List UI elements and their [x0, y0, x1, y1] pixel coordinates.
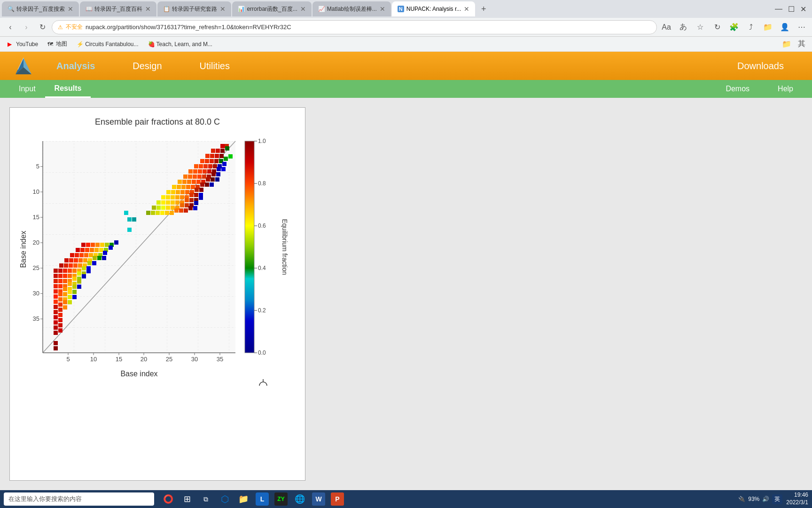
tab-1-close[interactable]: ✕	[68, 5, 73, 13]
youtube-favicon: ▶	[8, 41, 14, 48]
taskbar-chrome-icon[interactable]: 🌐	[293, 492, 306, 506]
data-point	[171, 206, 175, 210]
x-axis-label: Base index	[120, 370, 157, 378]
bookmark-youtube[interactable]: ▶ YouTube	[4, 40, 42, 48]
svg-text:0.0: 0.0	[258, 349, 266, 356]
refresh-icon[interactable]: ↻	[710, 21, 724, 34]
data-point	[68, 269, 72, 273]
data-point	[194, 164, 198, 168]
svg-text:10: 10	[33, 188, 39, 195]
bookmark-circuits[interactable]: ⚡ Circuits Fantabulou...	[73, 40, 142, 48]
nav-downloads[interactable]: Downloads	[718, 52, 803, 80]
data-point	[170, 211, 174, 215]
reading-mode-icon[interactable]: Aa	[660, 21, 673, 34]
svg-text:20: 20	[141, 356, 147, 363]
tab-5-close[interactable]: ✕	[380, 5, 385, 13]
data-point	[184, 208, 188, 213]
data-point	[156, 206, 161, 210]
data-point	[165, 211, 169, 215]
data-point	[58, 279, 62, 283]
data-point	[86, 243, 90, 247]
data-point	[176, 190, 180, 194]
tab-1-favicon: 🔍	[8, 6, 14, 12]
data-point	[161, 200, 165, 205]
forward-button[interactable]: ›	[20, 21, 33, 34]
taskbar-explorer-icon[interactable]: 📁	[237, 492, 250, 506]
reload-button[interactable]: ↻	[36, 21, 49, 34]
data-point	[127, 228, 132, 232]
tab-2-close[interactable]: ✕	[145, 5, 151, 13]
taskbar-clock[interactable]: 19:46 2022/3/1	[786, 492, 808, 506]
taskbar-ppt-icon[interactable]: P	[331, 492, 344, 506]
extension-icon[interactable]: 🧩	[727, 21, 741, 34]
systray: 🔌 93% 🔊 英	[738, 494, 782, 504]
data-point	[79, 253, 84, 257]
taskbar-search[interactable]: 在这里输入你要搜索的内容	[4, 492, 154, 506]
profile-icon[interactable]: 👤	[778, 21, 791, 34]
tab-3-close[interactable]: ✕	[220, 5, 226, 13]
back-button[interactable]: ‹	[4, 21, 17, 34]
data-point	[211, 149, 215, 153]
menu-icon[interactable]: ⋯	[795, 21, 808, 34]
data-point	[177, 185, 181, 189]
taskbar-search-icon[interactable]: ⭕	[162, 492, 175, 506]
nav-utilities[interactable]: Utilities	[181, 52, 249, 80]
site-header: Analysis Design Utilities Downloads	[0, 52, 812, 80]
tab-3[interactable]: 📋 转录因子研究套路 ✕	[157, 1, 231, 16]
address-bar[interactable]: ⚠ 不安全 nupack.org/partition/show/3716317?…	[52, 20, 657, 34]
svg-text:35: 35	[217, 356, 223, 363]
tab-2[interactable]: 📖 转录因子_百度百科 ✕	[80, 1, 157, 16]
address-bar-row: ‹ › ↻ ⚠ 不安全 nupack.org/partition/show/37…	[0, 18, 812, 37]
tab-6-close[interactable]: ✕	[464, 5, 469, 13]
data-point	[78, 258, 83, 262]
data-point	[222, 162, 226, 166]
data-point	[220, 149, 225, 153]
data-point	[181, 185, 186, 189]
data-point	[94, 248, 99, 252]
data-point	[228, 154, 233, 159]
bookmarks-more-icon[interactable]: 其	[795, 38, 808, 51]
nav-design[interactable]: Design	[114, 52, 180, 80]
taskbar-task-view-icon[interactable]: ⧉	[199, 492, 212, 506]
data-point	[97, 256, 102, 260]
tab-5[interactable]: 📈 Matlab绘制误差棒... ✕	[312, 1, 391, 16]
taskbar-l-icon[interactable]: L	[256, 492, 269, 506]
url-text[interactable]: nupack.org/partition/show/3716317?time_r…	[86, 24, 651, 31]
share-icon[interactable]: ⤴	[744, 21, 757, 34]
taskbar-word-icon[interactable]: W	[312, 492, 325, 506]
tab-3-label: 转录因子研究套路	[172, 5, 217, 13]
subnav-help[interactable]: Help	[768, 80, 803, 98]
bookmark-map[interactable]: 🗺 地图	[44, 39, 71, 49]
data-point	[114, 240, 118, 245]
subnav-demos[interactable]: Demos	[716, 80, 759, 98]
data-point	[214, 159, 219, 163]
data-point	[166, 195, 170, 199]
new-tab-button[interactable]: +	[476, 1, 491, 16]
taskbar-edge-icon[interactable]: ⬡	[218, 492, 231, 506]
tab-4-close[interactable]: ✕	[300, 5, 306, 13]
favorites-icon[interactable]: ☆	[694, 21, 707, 34]
subnav-input[interactable]: Input	[9, 80, 45, 98]
maximize-button[interactable]: ☐	[788, 5, 795, 14]
bookmark-teach[interactable]: 🍓 Teach, Learn, and M...	[144, 40, 216, 48]
tab-6[interactable]: N NUPACK: Analysis r... ✕	[392, 1, 475, 16]
chart-title: Ensemble pair fractions at 80.0 C	[19, 117, 296, 127]
translate-icon[interactable]: あ	[677, 21, 690, 34]
security-icon: ⚠	[58, 24, 63, 31]
data-point	[188, 206, 193, 210]
data-point	[166, 206, 170, 210]
data-point	[195, 188, 199, 192]
tab-4[interactable]: 📊 errorbar函数_百度... ✕	[232, 1, 311, 16]
subnav-results[interactable]: Results	[45, 80, 91, 98]
data-point	[171, 195, 175, 199]
taskbar-zy-icon[interactable]: ZY	[274, 492, 288, 506]
minimize-button[interactable]: —	[775, 5, 782, 14]
collections-icon[interactable]: 📁	[761, 21, 774, 34]
bookmarks-folder-icon[interactable]: 📁	[780, 38, 793, 51]
tab-1[interactable]: 🔍 转录因子_百度搜索 ✕	[2, 1, 79, 16]
nav-analysis[interactable]: Analysis	[38, 52, 114, 80]
close-button[interactable]: ✕	[800, 5, 806, 14]
data-point	[54, 320, 58, 325]
data-point	[58, 302, 62, 307]
taskbar-widget-icon[interactable]: ⊞	[180, 492, 194, 506]
